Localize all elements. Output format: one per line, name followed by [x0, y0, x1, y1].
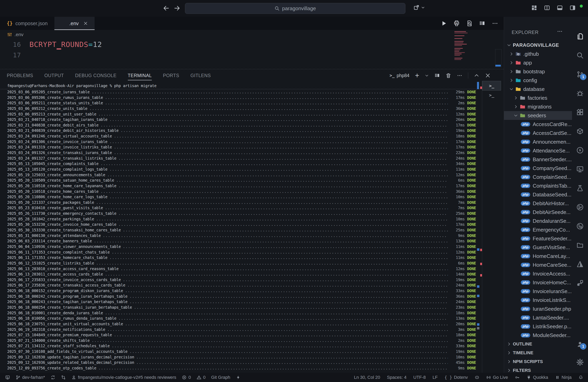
code-area[interactable]: 16BCRYPT_ROUNDS=1217 — [0, 39, 504, 60]
activitybar-settings-gear-icon[interactable] — [572, 353, 588, 371]
activitybar-account-icon[interactable]: 1 — [572, 335, 588, 353]
tree-file-DebitAirHistor[interactable]: phpDebitAirHistor... — [504, 199, 572, 208]
status-compare-changes-icon[interactable] — [61, 375, 66, 380]
tree-file-InvoiceAccess[interactable]: phpInvoiceAccess... — [504, 269, 572, 278]
tree-folder-app[interactable]: app — [504, 58, 572, 67]
tree-file-AttendanceSe[interactable]: phpAttendanceSe... — [504, 146, 572, 155]
tree-file-InvoiceIuranSe[interactable]: phpInvoiceIuranSe... — [504, 287, 572, 296]
panel-tab-gitlens[interactable]: GITLENS — [190, 71, 211, 80]
tree-file-AccessCardRe[interactable]: phpAccessCardRe... — [504, 120, 572, 129]
tree-file-HomeCareLay[interactable]: phpHomeCareLay... — [504, 252, 572, 261]
tree-file-InvoiceHomeC[interactable]: phpInvoiceHomeC... — [504, 278, 572, 287]
nav-forward-icon[interactable] — [174, 5, 180, 12]
tree-folder-config[interactable]: config — [504, 76, 572, 85]
activitybar-files-icon[interactable] — [572, 27, 588, 46]
status-git-graph[interactable]: Git Graph — [211, 375, 230, 380]
printer-button[interactable] — [453, 20, 460, 27]
status-utf-8[interactable]: UTF-8 — [413, 375, 426, 380]
terminal-dropdown-icon[interactable] — [425, 74, 429, 77]
status-sync-icon[interactable] — [51, 375, 55, 380]
activitybar-source-control-icon[interactable]: 1 — [572, 65, 588, 84]
status-quokka[interactable]: Quokka — [526, 375, 548, 380]
customize-layout-icon[interactable] — [531, 4, 538, 11]
activitybar-lightning-circle-icon[interactable] — [572, 141, 588, 160]
tree-folder-database[interactable]: database — [504, 85, 572, 94]
section-filters[interactable]: FILTERS — [504, 366, 572, 373]
tab-composer-json[interactable]: {}composer.json — [0, 17, 54, 30]
tree-file-LantaiSeeder[interactable]: phpLantaiSeeder.... — [504, 313, 572, 322]
status-ln-30-col-20[interactable]: Ln 30, Col 20 — [354, 375, 380, 380]
status-remote-monitor-icon[interactable] — [5, 375, 10, 380]
activitybar-git-search-icon[interactable] — [572, 217, 588, 236]
activitybar-extensions-icon[interactable] — [572, 103, 588, 122]
activitybar-container-icon[interactable] — [572, 122, 588, 141]
more-actions-icon[interactable] — [457, 73, 462, 78]
tree-file-AccessCardSe[interactable]: phpAccessCardSe... — [504, 129, 572, 137]
tree-file-ComplaintsTab[interactable]: phpComplaintsTab... — [504, 181, 572, 190]
terminal-tabs-list[interactable]: >_>_ — [482, 81, 501, 373]
tree-folder-bootstrap[interactable]: bootstrap — [504, 67, 572, 76]
status-copilot-icon[interactable] — [475, 375, 479, 380]
terminal-instance-1[interactable]: >_ — [482, 81, 501, 91]
tree-folder-github[interactable]: .github — [504, 50, 572, 58]
activitybar-git-graph-icon[interactable] — [572, 198, 588, 217]
tree-file-IuranSeederphp[interactable]: phpIuranSeeder.php — [504, 305, 572, 313]
activitybar-search-icon[interactable] — [572, 46, 588, 65]
tree-file-ComplainSeed[interactable]: phpComplainSeed... — [504, 173, 572, 181]
status-go-live[interactable]: Go Live — [486, 375, 508, 380]
code-line[interactable]: 16BCRYPT_ROUNDS=12 — [0, 39, 504, 50]
tree-file-FeatureSeeder[interactable]: phpFeatureSeeder... — [504, 234, 572, 243]
toggle-sidebar-icon[interactable] — [569, 4, 576, 11]
search-in-file-button[interactable] — [466, 20, 473, 27]
panel-tab-problems[interactable]: PROBLEMS — [7, 71, 33, 80]
layout-control[interactable] — [413, 4, 425, 11]
tree-file-ModuleSeeder[interactable]: phpModuleSeeder... — [504, 331, 572, 340]
status-lf[interactable]: LF — [433, 375, 438, 380]
code-line[interactable]: 17 — [0, 50, 504, 60]
status-0[interactable]: 0 — [182, 375, 191, 380]
explorer-more-icon[interactable] — [557, 28, 563, 34]
breadcrumb[interactable]: .env — [0, 30, 504, 39]
tree-file-GuestVisitSee[interactable]: phpGuestVisitSee... — [504, 243, 572, 252]
activitybar-org-chart-icon[interactable] — [572, 273, 588, 292]
tree-folder-migrations[interactable]: migrations — [504, 102, 572, 111]
toggle-panel-icon[interactable] — [556, 4, 563, 11]
status-ninja[interactable]: Ninja — [555, 375, 572, 380]
section-outline[interactable]: OUTLINE — [504, 340, 572, 348]
close-panel-icon[interactable] — [485, 73, 491, 78]
activitybar-debug-icon[interactable] — [572, 84, 588, 103]
terminal-instance-2[interactable]: >_ — [482, 91, 501, 100]
section-timeline[interactable]: TIMELINE — [504, 348, 572, 357]
tree-folder-seeders[interactable]: seeders — [504, 111, 572, 120]
status-dev-farhan-[interactable]: dev-farhan* — [16, 375, 45, 380]
terminal-shell-label[interactable]: >_ php84 — [390, 73, 409, 78]
activitybar-flask-icon[interactable] — [572, 179, 588, 198]
command-center-search[interactable]: paragonvillage — [185, 3, 405, 14]
status-bell-icon[interactable] — [578, 375, 583, 380]
status-spaces-4[interactable]: Spaces: 4 — [387, 375, 407, 380]
status-fmpangestu-movie-catlogue-v2-5[interactable]: fmpangestu/movie-catlogue-v2#5 needs rev… — [71, 375, 176, 380]
tree-root[interactable]: PARAGONVILLAGE — [504, 41, 572, 50]
activitybar-remote-monitor-icon[interactable] — [572, 160, 588, 179]
split-editor-button[interactable] — [479, 20, 485, 27]
tree-file-ListrikSeederp[interactable]: phpListrikSeeder.p... — [504, 322, 572, 331]
status-key-icon[interactable] — [515, 375, 520, 380]
tree-file-DendaIuranSe[interactable]: phpDendaIuranSe... — [504, 217, 572, 225]
status-bolt-icon[interactable] — [236, 375, 241, 380]
minimap-slider[interactable] — [495, 49, 502, 67]
panel-tab-terminal[interactable]: TERMINAL — [128, 71, 152, 80]
terminal-output[interactable]: fmpangestu@Farhans-MacBook-Air paragonvi… — [0, 82, 504, 373]
panel-tab-debug-console[interactable]: DEBUG CONSOLE — [75, 71, 116, 80]
close-icon[interactable] — [84, 21, 88, 26]
split-terminal-icon[interactable] — [434, 73, 440, 78]
activitybar-folder-outline-icon[interactable] — [572, 236, 588, 254]
tree-folder-factories[interactable]: factories — [504, 94, 572, 102]
more-button[interactable] — [492, 20, 498, 27]
tree-file-DebitAirSeede[interactable]: phpDebitAirSeede... — [504, 208, 572, 217]
panel-tab-ports[interactable]: PORTS — [163, 71, 179, 80]
status-0[interactable]: 0 — [197, 375, 206, 380]
tree-file-CompanySeed[interactable]: phpCompanySeed... — [504, 164, 572, 173]
activitybar-prism-icon[interactable] — [572, 254, 588, 273]
tab--env[interactable]: .env — [54, 17, 95, 30]
status-dotenv[interactable]: { }Dotenv — [445, 375, 468, 380]
